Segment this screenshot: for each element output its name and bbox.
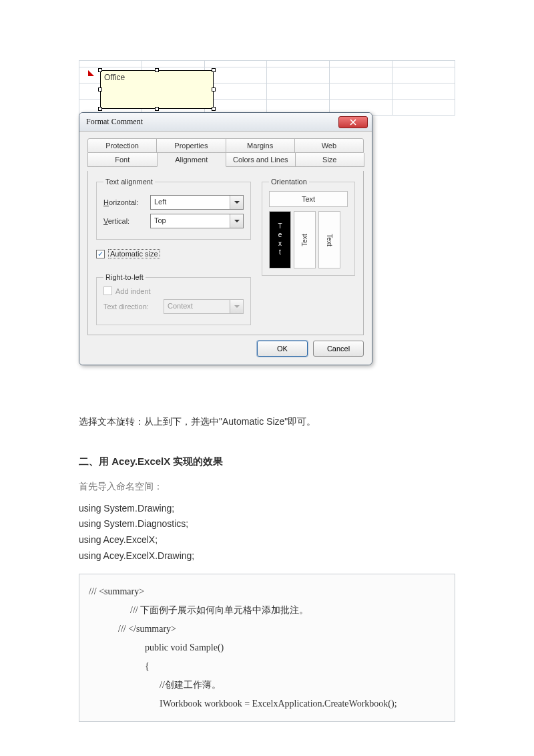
ok-button[interactable]: OK [257, 341, 308, 357]
resize-handle[interactable] [98, 107, 102, 111]
text-alignment-group: Text alignment Horizontal: Left Ve [96, 178, 251, 240]
vertical-combo[interactable]: Top [150, 214, 244, 228]
resize-handle[interactable] [212, 107, 216, 111]
code-line: /// 下面例子展示如何向单元格中添加批注。 [89, 601, 445, 620]
rtl-legend: Right-to-left [103, 273, 146, 281]
chevron-down-icon [230, 300, 243, 313]
code-line: /// </summary> [89, 620, 445, 638]
orientation-group: Orientation Text Text Text Text [262, 178, 355, 276]
resize-handle[interactable] [212, 68, 216, 72]
orientation-vertical-stacked[interactable]: Text [269, 211, 291, 268]
text-direction-label: Text direction: [103, 303, 158, 311]
code-line: { [89, 657, 445, 676]
dialog-title: Format Comment [83, 117, 338, 127]
orientation-horizontal[interactable]: Text [269, 191, 348, 207]
code-line: public void Sample() [89, 638, 445, 657]
vertical-value: Top [151, 214, 230, 228]
tab-margins[interactable]: Margins [226, 138, 295, 153]
automatic-size-checkbox[interactable]: Automatic size [96, 249, 251, 258]
code-block: /// <summary> /// 下面例子展示如何向单元格中添加批注。 ///… [79, 574, 455, 722]
code-line: /// <summary> [89, 586, 144, 596]
text-direction-value: Context [164, 300, 230, 313]
orientation-rotate-down[interactable]: Text [318, 211, 340, 268]
tab-colors-lines[interactable]: Colors and Lines [226, 153, 296, 167]
cancel-button[interactable]: Cancel [313, 341, 364, 357]
resize-handle[interactable] [155, 107, 159, 111]
checkbox-icon [103, 287, 112, 295]
screenshot: Office Format Comment [79, 60, 455, 407]
text-direction-combo: Context [164, 299, 244, 314]
close-icon [350, 119, 356, 126]
section-heading: 二、用 Acey.ExcelX 实现的效果 [79, 452, 455, 471]
resize-handle[interactable] [98, 87, 102, 91]
orientation-rotate-up[interactable]: Text [294, 211, 316, 268]
tab-protection[interactable]: Protection [87, 138, 157, 153]
tab-strip: Protection Properties Margins Web Font A… [87, 138, 364, 167]
code-line: using Acey.ExcelX; [79, 532, 455, 548]
chevron-down-icon [230, 196, 243, 209]
tab-web[interactable]: Web [294, 138, 364, 153]
horizontal-label: Horizontal: [103, 198, 145, 206]
comment-indicator-icon [88, 70, 94, 76]
rtl-group: Add indent Right-to-left Text direction:… [96, 273, 251, 325]
orientation-legend: Orientation [269, 178, 309, 186]
horizontal-value: Left [151, 196, 230, 209]
code-line: using System.Drawing; [79, 501, 455, 517]
code-line: IWorkbook workbook = ExcelxApplication.C… [89, 695, 445, 713]
checkbox-icon [96, 250, 105, 258]
code-line: using Acey.ExcelX.Drawing; [79, 548, 455, 564]
format-comment-dialog: Format Comment Protection Properties Mar… [79, 112, 372, 365]
dialog-titlebar[interactable]: Format Comment [79, 113, 372, 132]
tab-size[interactable]: Size [295, 153, 365, 167]
horizontal-combo[interactable]: Left [150, 195, 244, 210]
vertical-label: Vertical: [103, 217, 145, 225]
tab-font[interactable]: Font [87, 153, 158, 167]
chevron-down-icon [230, 214, 243, 228]
cell-comment[interactable]: Office [100, 70, 214, 109]
tab-alignment[interactable]: Alignment [157, 153, 227, 167]
text-alignment-legend: Text alignment [103, 178, 155, 186]
tab-properties[interactable]: Properties [156, 138, 226, 153]
paragraph: 首先导入命名空间： [79, 478, 455, 496]
resize-handle[interactable] [98, 68, 102, 72]
paragraph: 选择文本旋转：从上到下，并选中"Automatic Size"即可。 [79, 413, 455, 431]
close-button[interactable] [338, 116, 368, 128]
comment-text: Office [101, 71, 213, 84]
code-line: //创建工作薄。 [89, 676, 445, 695]
resize-handle[interactable] [212, 87, 216, 91]
automatic-size-label: Automatic size [108, 249, 160, 258]
resize-handle[interactable] [155, 68, 159, 72]
code-line: using System.Diagnostics; [79, 516, 455, 532]
add-indent-label: Add indent [115, 287, 151, 295]
